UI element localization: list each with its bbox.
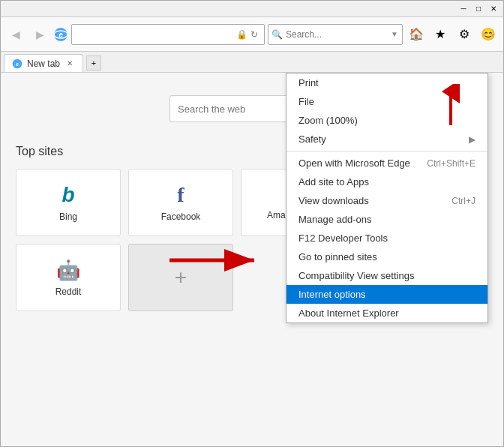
tab-label: New tab	[27, 58, 60, 69]
site-tile-reddit[interactable]: 🤖 Reddit	[16, 244, 121, 311]
menu-label-file: File	[298, 96, 314, 107]
browser-content: Top sites b Bing f Facebook a Amazon.com	[1, 73, 503, 446]
add-site-button[interactable]: +	[128, 244, 233, 311]
site-tile-facebook[interactable]: f Facebook	[128, 169, 233, 236]
menu-label-devtools: F12 Developer Tools	[298, 232, 388, 244]
search-input[interactable]	[286, 29, 391, 40]
close-button[interactable]: ✕	[487, 3, 500, 15]
site-tile-bing[interactable]: b Bing	[16, 169, 121, 236]
menu-label-edge: Open with Microsoft Edge	[298, 158, 410, 169]
menu-item-zoom[interactable]: Zoom (100%)	[286, 111, 488, 130]
gear-button[interactable]: ⚙	[454, 24, 475, 45]
tab-close-button[interactable]: ✕	[64, 58, 75, 69]
menu-label-zoom: Zoom (100%)	[298, 115, 358, 126]
reddit-label: Reddit	[56, 286, 82, 297]
menu-label-about: About Internet Explorer	[298, 308, 399, 319]
menu-shortcut-safety: ▶	[469, 134, 476, 145]
add-icon: +	[175, 266, 187, 290]
menu-label-compat: Compatibility View settings	[298, 270, 414, 281]
navbar: ◀ ▶ e 🔒 ↻ 🔍 ▼ 🏠 ★ ⚙ 😊	[1, 17, 503, 52]
search-dropdown-icon[interactable]: ▼	[391, 30, 398, 38]
menu-item-safety[interactable]: Safety ▶	[286, 130, 488, 148]
svg-text:e: e	[58, 31, 63, 39]
facebook-logo: f	[177, 183, 184, 207]
tab-pin-button[interactable]: +	[86, 56, 101, 70]
menu-item-edge[interactable]: Open with Microsoft Edge Ctrl+Shift+E	[286, 154, 488, 172]
menu-label-addons: Manage add-ons	[298, 214, 372, 225]
menu-label-print: Print	[298, 77, 319, 88]
menu-divider-1	[286, 151, 488, 152]
context-menu: Print File Zoom (100%) Safety ▶ Open wit…	[286, 73, 488, 323]
menu-item-addons[interactable]: Manage add-ons	[286, 210, 488, 229]
facebook-label: Facebook	[161, 212, 201, 222]
new-tab[interactable]: e New tab ✕	[4, 54, 83, 72]
menu-item-about[interactable]: About Internet Explorer	[286, 304, 488, 322]
menu-label-safety: Safety	[298, 134, 326, 145]
smiley-button[interactable]: 😊	[478, 24, 499, 45]
menu-label-internet-options: Internet options	[298, 289, 366, 300]
menu-label-pinned: Go to pinned sites	[298, 251, 377, 262]
menu-item-print[interactable]: Print	[286, 74, 488, 92]
bing-logo: b	[62, 183, 74, 207]
address-bar[interactable]: 🔒 ↻	[71, 24, 265, 45]
menu-item-add-apps[interactable]: Add site to Apps	[286, 172, 488, 191]
restore-button[interactable]: □	[472, 3, 485, 15]
lock-icon: 🔒	[235, 28, 249, 41]
menu-shortcut-edge: Ctrl+Shift+E	[427, 158, 476, 169]
tabbar: e New tab ✕ +	[1, 52, 503, 73]
menu-item-devtools[interactable]: F12 Developer Tools	[286, 229, 488, 248]
menu-label-downloads: View downloads	[298, 195, 369, 206]
menu-item-pinned[interactable]: Go to pinned sites	[286, 248, 488, 266]
menu-shortcut-downloads: Ctrl+J	[452, 196, 476, 206]
favorites-button[interactable]: ★	[430, 24, 451, 45]
search-bar[interactable]: 🔍 ▼	[268, 24, 403, 45]
forward-button[interactable]: ▶	[29, 24, 50, 45]
ie-logo: e	[53, 27, 68, 42]
home-button[interactable]: 🏠	[406, 24, 427, 45]
refresh-icon[interactable]: ↻	[249, 28, 260, 41]
menu-item-downloads[interactable]: View downloads Ctrl+J	[286, 191, 488, 210]
menu-label-add-apps: Add site to Apps	[298, 176, 369, 188]
tab-favicon: e	[12, 58, 22, 69]
svg-text:e: e	[16, 61, 19, 66]
menu-item-internet-options[interactable]: Internet options	[286, 285, 488, 304]
back-button[interactable]: ◀	[5, 24, 26, 45]
menu-item-compat[interactable]: Compatibility View settings	[286, 266, 488, 285]
reddit-logo: 🤖	[56, 259, 80, 282]
bing-label: Bing	[59, 212, 77, 222]
browser-window: ─ □ ✕ ◀ ▶ e 🔒 ↻ 🔍 ▼ 🏠 ★ ⚙ 😊	[0, 0, 504, 447]
minimize-button[interactable]: ─	[457, 3, 470, 15]
titlebar: ─ □ ✕	[1, 1, 503, 17]
menu-item-file[interactable]: File	[286, 92, 488, 111]
